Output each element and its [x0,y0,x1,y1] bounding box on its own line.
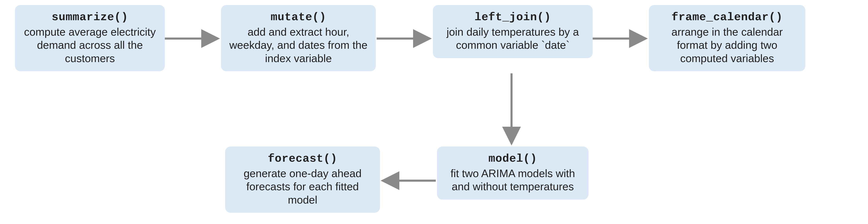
node-model-title: model() [444,152,582,166]
node-summarize-title: summarize() [22,10,158,24]
node-forecast-title: forecast() [232,152,373,166]
node-forecast: forecast() generate one-day ahead foreca… [225,146,380,213]
node-framecalendar: frame_calendar() arrange in the calendar… [649,5,805,71]
node-model: model() fit two ARIMA models with and wi… [437,146,589,200]
node-mutate: mutate() add and extract hour, weekday, … [221,5,376,71]
node-framecalendar-desc: arrange in the calendar format by adding… [656,25,798,65]
node-framecalendar-title: frame_calendar() [656,10,798,24]
node-model-desc: fit two ARIMA models with and without te… [444,167,582,193]
node-leftjoin: left_join() join daily temperatures by a… [433,5,593,58]
node-mutate-title: mutate() [228,10,369,24]
node-forecast-desc: generate one-day ahead forecasts for eac… [232,167,373,206]
node-summarize-desc: compute average electricity demand acros… [22,25,158,65]
node-mutate-desc: add and extract hour, weekday, and dates… [228,25,369,65]
node-leftjoin-desc: join daily temperatures by a common vari… [440,25,586,52]
node-summarize: summarize() compute average electricity … [15,5,165,71]
node-leftjoin-title: left_join() [440,10,586,24]
